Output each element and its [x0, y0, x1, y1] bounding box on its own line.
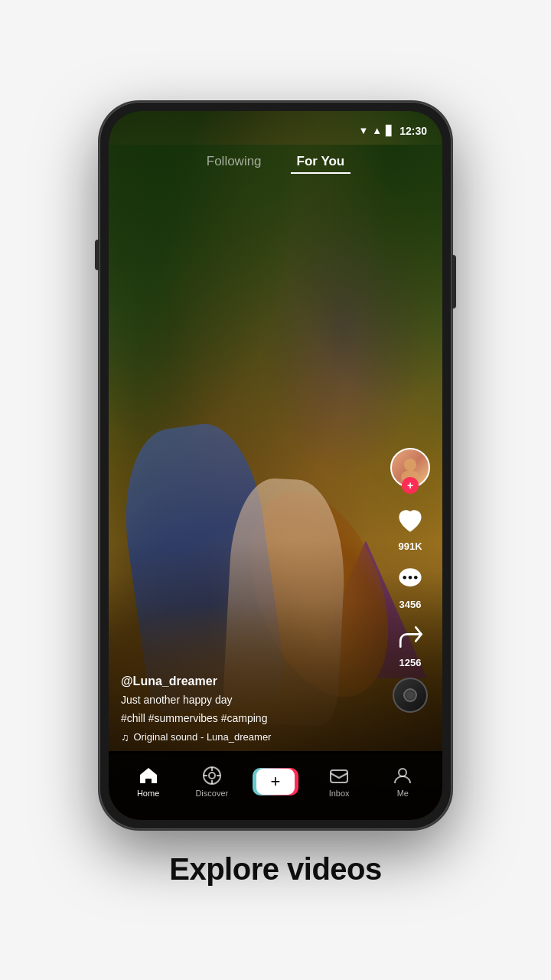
nav-me[interactable]: Me — [380, 766, 425, 798]
music-note-icon: ♫ — [121, 731, 129, 743]
phone-screen: ▼ ▲ ▊ 12:30 Following For You — [109, 111, 442, 820]
nav-discover-label: Discover — [195, 789, 228, 798]
like-count: 991K — [398, 541, 422, 552]
person-left — [112, 417, 289, 717]
video-caption-line1: Just another happy day — [121, 693, 381, 708]
bottom-navigation: Home Discover — [109, 751, 442, 820]
status-icons: ▼ ▲ ▊ 12:30 — [358, 125, 427, 137]
svg-point-4 — [409, 575, 412, 579]
video-overlay: @Luna_dreamer Just another happy day #ch… — [121, 675, 381, 743]
nav-inbox-label: Inbox — [329, 789, 350, 798]
comment-icon — [393, 561, 428, 596]
top-navigation: Following For You — [109, 145, 442, 180]
share-action[interactable]: 1256 — [393, 619, 428, 668]
comment-count: 3456 — [399, 599, 422, 610]
share-count: 1256 — [399, 657, 422, 668]
tab-following[interactable]: Following — [201, 151, 268, 174]
creator-avatar[interactable]: + — [390, 448, 430, 488]
tab-for-you[interactable]: For You — [291, 151, 351, 174]
phone-container: ▼ ▲ ▊ 12:30 Following For You — [99, 102, 452, 829]
svg-point-7 — [209, 773, 215, 779]
like-action[interactable]: 991K — [393, 503, 428, 552]
nav-inbox[interactable]: Inbox — [316, 766, 362, 798]
add-button-inner: + — [256, 769, 295, 795]
nav-home[interactable]: Home — [126, 766, 171, 798]
video-caption-line2: #chill #summervibes #camping — [121, 711, 381, 727]
svg-point-3 — [403, 575, 406, 579]
music-disk[interactable] — [393, 678, 428, 713]
sound-row[interactable]: ♫ Original sound - Luna_dreamer — [121, 731, 381, 743]
right-actions: + 991K — [390, 448, 430, 713]
like-icon — [393, 503, 428, 538]
add-button[interactable]: + — [256, 768, 295, 795]
nav-me-label: Me — [397, 789, 409, 798]
svg-point-5 — [414, 575, 418, 579]
status-bar: ▼ ▲ ▊ 12:30 — [109, 111, 442, 145]
disk-inner — [403, 688, 417, 702]
status-time: 12:30 — [399, 125, 427, 137]
sound-text: Original sound - Luna_dreamer — [134, 731, 272, 743]
svg-point-0 — [404, 459, 416, 471]
wifi-icon: ▼ — [358, 125, 368, 136]
share-icon — [393, 619, 428, 655]
nav-add[interactable]: + — [253, 768, 298, 795]
add-icon: + — [271, 773, 281, 790]
svg-rect-12 — [331, 770, 347, 782]
creator-username[interactable]: @Luna_dreamer — [121, 675, 381, 688]
svg-point-13 — [399, 769, 406, 776]
spinning-disk-icon — [393, 678, 428, 713]
nav-home-label: Home — [137, 789, 159, 798]
nav-discover[interactable]: Discover — [189, 766, 235, 798]
page-title: Explore videos — [169, 852, 382, 887]
comment-action[interactable]: 3456 — [393, 561, 428, 610]
follow-button[interactable]: + — [402, 477, 419, 494]
signal-icon: ▲ — [372, 125, 382, 136]
phone-shell: ▼ ▲ ▊ 12:30 Following For You — [99, 102, 452, 829]
page-wrapper: ▼ ▲ ▊ 12:30 Following For You — [0, 0, 551, 980]
battery-icon: ▊ — [386, 125, 393, 136]
